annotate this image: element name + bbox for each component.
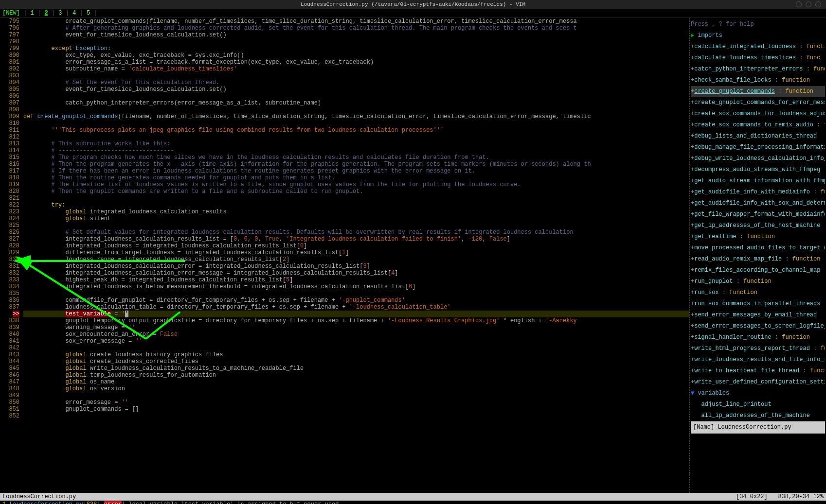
line-number-gutter: 7957967977987998008018028038048058068078… (0, 18, 22, 419)
tab-label-new: [NEW] (2, 10, 20, 17)
tab-3[interactable]: 3 (58, 10, 62, 17)
minimize-icon[interactable] (796, 1, 802, 7)
tab-bar[interactable]: [NEW] | 1 | 2 | 3 | 4 | 5 | (0, 9, 826, 18)
tab-5[interactable]: 5 (87, 10, 90, 17)
code-content[interactable]: create_gnuplot_commands(filename, number… (23, 18, 689, 413)
taglist-panel[interactable]: Press , ? for help▶ imports+calculate_in… (690, 18, 826, 493)
code-editor[interactable]: 7957967977987998008018028038048058068078… (0, 18, 690, 493)
tab-4[interactable]: 4 (72, 10, 76, 17)
tab-1[interactable]: 1 (31, 10, 34, 17)
tab-2[interactable]: 2 (44, 10, 48, 17)
editor-statusbar: LoudnessCorrection.py [34 0x22] 838,20-3… (0, 493, 826, 501)
window-titlebar: LoudnessCorrection.py (/tavara/01-ecrypt… (0, 0, 826, 9)
maximize-icon[interactable] (806, 1, 811, 7)
close-icon[interactable] (815, 1, 821, 7)
window-controls[interactable] (796, 1, 821, 7)
location-list[interactable]: 1 LoudnessCorrection.py|838| error| loca… (0, 501, 826, 504)
